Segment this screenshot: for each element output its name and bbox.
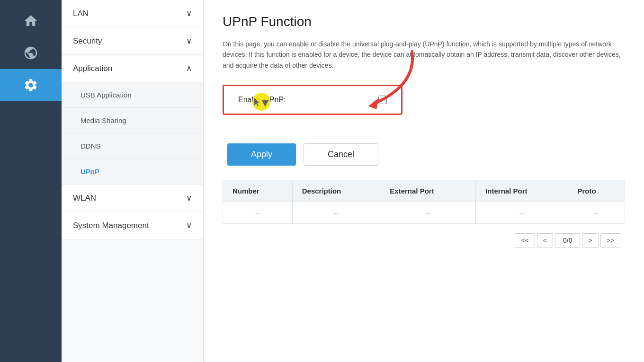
col-number: Number [223,180,293,202]
sidebar-home[interactable] [0,5,62,37]
nav-item-wlan[interactable]: WLAN ∨ [62,185,203,212]
apply-button[interactable]: Apply [227,143,296,166]
sidebar-globe[interactable] [0,37,62,69]
sidebar-settings[interactable] [0,69,62,101]
upnp-table: Number Description External Port Interna… [223,180,625,224]
page-title: UPnP Function [223,14,625,29]
nav-wlan-label: WLAN [73,194,96,203]
next-page-button[interactable]: > [582,233,598,247]
nav-security-label: Security [73,36,102,46]
nav-application-label: Application [73,64,112,73]
nav-item-system-management[interactable]: System Management ∨ [62,212,203,239]
page-description: On this page, you can enable or disable … [223,39,625,71]
col-internal-port: Internal Port [476,180,568,202]
last-page-button[interactable]: >> [600,233,620,247]
nav-item-ddns[interactable]: DDNS [62,133,203,159]
nav-system-management-label: System Management [73,221,149,230]
nav-item-media-sharing[interactable]: Media Sharing [62,108,203,133]
enable-upnp-checkbox[interactable] [378,96,387,104]
nav-security-chevron: ∨ [186,36,192,46]
nav-wlan-chevron: ∨ [186,193,192,203]
col-external-port: External Port [380,180,476,202]
nav-upnp-label: UPnP [80,168,99,176]
cell-internal-port: -- [476,202,568,224]
col-proto: Proto [568,180,625,202]
nav-system-management-chevron: ∨ [186,221,192,230]
cancel-button[interactable]: Cancel [304,143,378,166]
nav-usb-application-label: USB Application [80,91,132,99]
pagination: << < 0/0 > >> [223,233,625,247]
cell-external-port: -- [380,202,476,224]
nav-item-upnp[interactable]: UPnP [62,159,203,185]
nav-lan-chevron: ∨ [186,9,192,18]
first-page-button[interactable]: << [515,233,535,247]
table-row: -- -- -- -- -- [223,202,625,224]
nav-panel: LAN ∨ Security ∨ Application ∧ USB Appli… [62,0,204,362]
cell-proto: -- [568,202,625,224]
nav-ddns-label: DDNS [80,142,101,150]
nav-item-security[interactable]: Security ∨ [62,27,203,55]
sidebar [0,0,62,362]
action-buttons: Apply Cancel [227,143,625,166]
nav-media-sharing-label: Media Sharing [80,116,126,124]
col-description: Description [292,180,380,202]
main-content: UPnP Function On this page, you can enab… [204,0,644,362]
page-info: 0/0 [555,233,580,247]
table-header-row: Number Description External Port Interna… [223,180,625,202]
cursor-highlight [252,93,270,111]
cell-description: -- [292,202,380,224]
nav-item-usb-application[interactable]: USB Application [62,82,203,108]
nav-item-application[interactable]: Application ∧ [62,55,203,82]
nav-application-chevron: ∧ [186,63,192,73]
nav-lan-label: LAN [73,9,89,18]
enable-upnp-box: Enable UPnP: [223,85,402,115]
prev-page-button[interactable]: < [537,233,553,247]
nav-item-lan[interactable]: LAN ∨ [62,0,203,27]
cell-number: -- [223,202,293,224]
